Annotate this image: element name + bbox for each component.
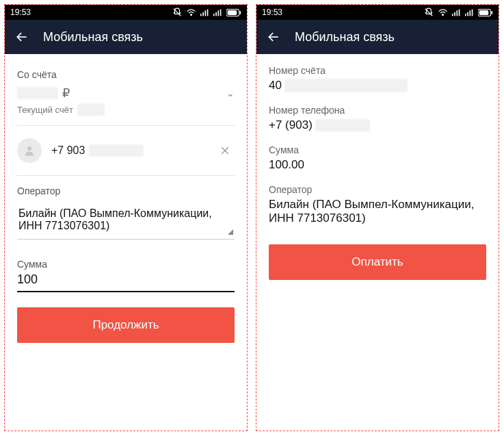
svg-rect-28 [479,10,489,15]
mute-icon [424,8,434,17]
screen-left: 19:53 Мобильная связь Со счёта ₽ ⌄ Текущ… [4,4,248,431]
amount-value: 100.00 [269,158,486,172]
svg-rect-3 [202,12,204,16]
status-bar: 19:53 [5,5,247,20]
phone-prefix: +7 (903) [269,118,313,132]
account-suffix-redacted [77,103,105,116]
svg-rect-26 [472,9,473,16]
amount-label: Сумма [269,144,486,155]
wifi-icon [438,8,448,16]
from-account-label: Со счёта [17,69,235,80]
phone-suffix-redacted [315,119,370,131]
operator-label: Оператор [17,185,235,196]
svg-point-1 [191,14,192,16]
svg-rect-29 [491,10,492,14]
status-time: 19:53 [262,8,282,17]
operator-value: Билайн (ПАО Вымпел-Коммуникации, ИНН 771… [269,198,486,225]
operator-select[interactable]: Билайн (ПАО Вымпел-Коммуникации, ИНН 771… [17,201,235,240]
svg-rect-7 [215,12,217,16]
svg-rect-22 [459,9,460,16]
back-button[interactable] [14,29,29,44]
app-bar: Мобильная связь [256,20,499,54]
currency-symbol: ₽ [62,86,70,101]
battery-icon [226,9,241,16]
status-time: 19:53 [10,8,31,17]
svg-rect-19 [452,14,453,16]
svg-rect-23 [465,14,466,16]
account-selector[interactable]: ₽ ⌄ [17,86,235,101]
amount-input[interactable] [17,270,235,292]
svg-rect-5 [207,9,209,16]
status-bar: 19:53 [256,5,499,20]
battery-icon [478,9,493,16]
svg-rect-6 [213,14,215,16]
svg-rect-12 [239,10,241,14]
svg-rect-9 [220,9,222,16]
svg-point-14 [27,146,31,151]
confirm-content: Номер счёта 40 Номер телефона +7 (903) С… [256,54,499,431]
phone-label: Номер телефона [269,105,486,116]
signal2-icon [213,9,222,16]
divider [17,175,235,176]
clear-button[interactable] [215,142,235,159]
svg-rect-24 [467,12,468,16]
account-number-block: Номер счёта 40 [269,65,486,92]
svg-rect-25 [470,10,471,16]
dropdown-triangle-icon [228,229,233,235]
phone-block: Номер телефона +7 (903) [269,105,486,132]
pay-button[interactable]: Оплатить [269,244,486,280]
amount-label: Сумма [17,259,235,270]
account-number-prefix: 40 [269,79,282,92]
svg-point-18 [442,14,444,16]
screen-right: 19:53 Мобильная связь Номер счёта 40 Ном… [256,4,499,431]
signal-icon [452,9,461,16]
app-bar: Мобильная связь [5,20,247,54]
phone-prefix: +7 903 [51,144,85,157]
operator-value: Билайн (ПАО Вымпел-Коммуникации, ИНН 771… [18,207,212,231]
svg-rect-8 [218,10,220,16]
phone-suffix-redacted [89,144,144,157]
mute-icon [172,8,182,17]
phone-number-input[interactable]: +7 903 [51,144,144,157]
svg-rect-11 [228,10,237,15]
back-button[interactable] [266,29,281,44]
page-title: Мобильная связь [295,30,395,44]
phone-input-row: +7 903 [17,136,235,166]
svg-rect-4 [205,10,207,16]
signal2-icon [465,9,474,16]
current-account-label: Текущий счёт [17,105,73,115]
operator-label: Оператор [269,184,486,195]
operator-block: Оператор Билайн (ПАО Вымпел-Коммуникации… [269,184,486,225]
chevron-down-icon: ⌄ [226,88,235,99]
contact-avatar[interactable] [17,138,42,163]
signal-icon [200,9,209,16]
account-number-label: Номер счёта [269,65,486,76]
svg-rect-2 [200,14,202,16]
page-title: Мобильная связь [43,30,143,44]
continue-button[interactable]: Продолжить [17,307,235,343]
divider [17,125,235,126]
form-content: Со счёта ₽ ⌄ Текущий счёт +7 903 Операто… [5,54,247,431]
account-balance-redacted [17,87,58,99]
wifi-icon [186,8,196,16]
amount-block: Сумма 100.00 [269,144,486,172]
current-account-row: Текущий счёт [17,103,235,116]
svg-rect-21 [457,10,458,16]
account-number-redacted [284,79,408,92]
svg-rect-20 [454,12,455,16]
